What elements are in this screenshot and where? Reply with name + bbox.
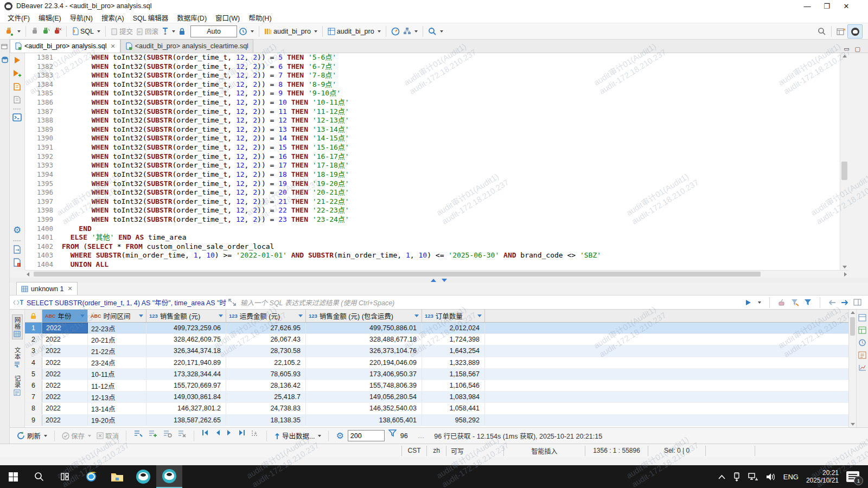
- menu-item-1[interactable]: 编辑(E): [34, 11, 66, 24]
- column-header-4[interactable]: 123销售金额 (元) (包含运费): [306, 310, 422, 323]
- sql-console-button[interactable]: [12, 113, 22, 121]
- code-line[interactable]: 1396 WHEN toInt32(SUBSTR(order_time_t, 1…: [25, 188, 840, 197]
- grid-cell[interactable]: 19-20点: [88, 415, 146, 426]
- grid-cell[interactable]: 499,750,886.01: [306, 323, 422, 333]
- code-line[interactable]: 1400 END: [25, 224, 840, 234]
- grid-cell[interactable]: 149,030,861.84: [146, 391, 226, 402]
- row-number[interactable]: 6: [25, 380, 42, 391]
- table-row[interactable]: 7202212-13点149,030,861.8425,418.7149,056…: [25, 391, 848, 403]
- grid-cell[interactable]: 10-11点: [88, 369, 146, 380]
- grid-cell[interactable]: 2022: [42, 357, 88, 368]
- notification-center-button[interactable]: 1: [846, 471, 859, 482]
- panel-value-icon[interactable]: [858, 314, 866, 322]
- row-number[interactable]: 4: [25, 357, 42, 368]
- close-button[interactable]: ✕: [837, 0, 856, 12]
- grid-cell[interactable]: 26,067.43: [226, 334, 306, 345]
- explain-plan-button[interactable]: [13, 95, 21, 104]
- maximize-button[interactable]: ❐: [817, 0, 837, 12]
- open-perspective-button[interactable]: [835, 25, 847, 38]
- grid-cell[interactable]: 28,136.42: [226, 380, 306, 391]
- grid-cell[interactable]: 13-14点: [88, 403, 146, 414]
- grid-cell[interactable]: 1,158,567: [422, 369, 485, 380]
- edit-value-icon[interactable]: [132, 429, 144, 442]
- refresh-button[interactable]: 刷新: [15, 429, 49, 442]
- sort-dropdown-icon[interactable]: [80, 314, 85, 317]
- grid-cell[interactable]: 78,605.93: [226, 369, 306, 380]
- tx-mode-combo[interactable]: Auto: [190, 25, 237, 37]
- column-header-1[interactable]: ABC时间区间: [88, 310, 146, 323]
- editor-vertical-scrollbar[interactable]: [840, 53, 848, 270]
- transaction-log-button[interactable]: [160, 25, 177, 38]
- code-line[interactable]: 1404 UNION ALL: [25, 260, 840, 269]
- sort-dropdown-icon[interactable]: [414, 314, 419, 317]
- grid-cell[interactable]: 25,418.7: [226, 391, 306, 402]
- history-forward-icon[interactable]: [841, 299, 848, 306]
- table-row[interactable]: 1202222-23点499,723,259.0627,626.95499,75…: [25, 323, 848, 334]
- grid-cell[interactable]: 220,171,940.89: [146, 357, 226, 368]
- database-navigator-icon[interactable]: [1, 56, 9, 63]
- grid-cell[interactable]: 2022: [42, 391, 88, 402]
- code-line[interactable]: 1394 WHEN toInt32(SUBSTR(order_time_t, 1…: [25, 170, 840, 179]
- close-icon[interactable]: ✕: [111, 43, 116, 50]
- grid-cell[interactable]: 1,323,889: [422, 357, 485, 368]
- menu-item-5[interactable]: 数据库(D): [173, 11, 211, 24]
- panel-grid-icon[interactable]: [858, 326, 866, 334]
- sql-editor[interactable]: 1381 WHEN toInt32(SUBSTR(order_time_t, 1…: [25, 53, 840, 270]
- expand-filter-icon[interactable]: [228, 299, 236, 306]
- grid-cell[interactable]: 326,373,104.76: [306, 345, 422, 356]
- grid-cell[interactable]: 2,012,024: [422, 323, 485, 333]
- filter-settings-icon[interactable]: [804, 299, 812, 306]
- menu-item-3[interactable]: 搜索(A): [97, 11, 129, 24]
- grid-cell[interactable]: 11-12点: [88, 380, 146, 391]
- table-row[interactable]: 8202213-14点146,327,801.224,738.83146,352…: [25, 403, 848, 414]
- column-header-2[interactable]: 123销售金额 (元): [146, 310, 226, 323]
- next-page-icon[interactable]: [225, 429, 234, 442]
- scroll-thumb[interactable]: [34, 272, 761, 277]
- grid-cell[interactable]: 326,344,374.18: [146, 345, 226, 356]
- maximize-results-icon[interactable]: [442, 279, 447, 282]
- data-search-button[interactable]: [426, 25, 445, 38]
- presentation-tab-记录[interactable]: 记录: [13, 375, 22, 396]
- save-script-button[interactable]: !: [13, 258, 21, 267]
- execute-new-tab-button[interactable]: [13, 69, 22, 77]
- code-line[interactable]: 1392 WHEN toInt32(SUBSTR(order_time_t, 1…: [25, 152, 840, 162]
- usb-icon[interactable]: [733, 472, 741, 481]
- grid-cell[interactable]: 138,605,401: [306, 415, 422, 426]
- dbeaver-perspective-button[interactable]: [847, 24, 863, 38]
- table-row[interactable]: 9202219-20点138,587,262.6518,138.35138,60…: [25, 415, 848, 426]
- tray-chevron-icon[interactable]: [718, 474, 725, 479]
- code-line[interactable]: 1382 WHEN toInt32(SUBSTR(order_time_t, 1…: [25, 62, 840, 72]
- grid-cell[interactable]: 20-21点: [88, 334, 146, 345]
- grid-cell[interactable]: 958,292: [422, 415, 485, 426]
- clear-filter-icon[interactable]: [778, 299, 786, 306]
- code-line[interactable]: 1389 WHEN toInt32(SUBSTR(order_time_t, 1…: [25, 125, 840, 134]
- code-line[interactable]: 1399 WHEN toInt32(SUBSTR(order_time_t, 1…: [25, 215, 840, 224]
- grid-cell[interactable]: 23-24点: [88, 357, 146, 368]
- code-line[interactable]: 1386 WHEN toInt32(SUBSTR(order_time_t, 1…: [25, 98, 840, 107]
- autocommit-lock-button[interactable]: [177, 25, 187, 38]
- editor-settings-button[interactable]: ⚙: [13, 224, 21, 236]
- row-number[interactable]: 5: [25, 369, 42, 380]
- sort-dropdown-icon[interactable]: [298, 314, 303, 317]
- minimize-button[interactable]: —: [797, 0, 817, 12]
- row-number[interactable]: 7: [25, 391, 42, 402]
- dashboard-button[interactable]: [390, 25, 401, 38]
- grid-cell[interactable]: 173,406,950.37: [306, 369, 422, 380]
- panel-calc-icon[interactable]: [858, 351, 866, 359]
- editor-horizontal-scrollbar[interactable]: [25, 270, 848, 278]
- sql-editor-button[interactable]: SQL: [70, 25, 102, 38]
- grid-cell[interactable]: 2022: [42, 345, 88, 356]
- code-line[interactable]: 1403 WHERE SUBSTR(min_order_time, 1, 10)…: [25, 251, 840, 260]
- menu-item-4[interactable]: SQL 编辑器: [129, 11, 173, 24]
- panel-chart-icon[interactable]: [858, 364, 866, 371]
- rollback-button[interactable]: 回滚: [135, 25, 160, 38]
- fetch-next-page-icon[interactable]: [236, 429, 247, 442]
- editor-tab-0[interactable]: <audit_bi_pro> analysis.sql✕: [10, 39, 120, 53]
- sort-dropdown-icon[interactable]: [139, 314, 143, 317]
- grid-cell[interactable]: 138,587,262.65: [146, 415, 226, 426]
- add-row-icon[interactable]: [146, 429, 159, 442]
- custom-filter-icon[interactable]: [791, 299, 799, 306]
- grid-cell[interactable]: 149,056,280.54: [306, 391, 422, 402]
- menu-item-2[interactable]: 导航(N): [66, 11, 97, 24]
- maximize-view-icon[interactable]: ▢: [855, 46, 860, 53]
